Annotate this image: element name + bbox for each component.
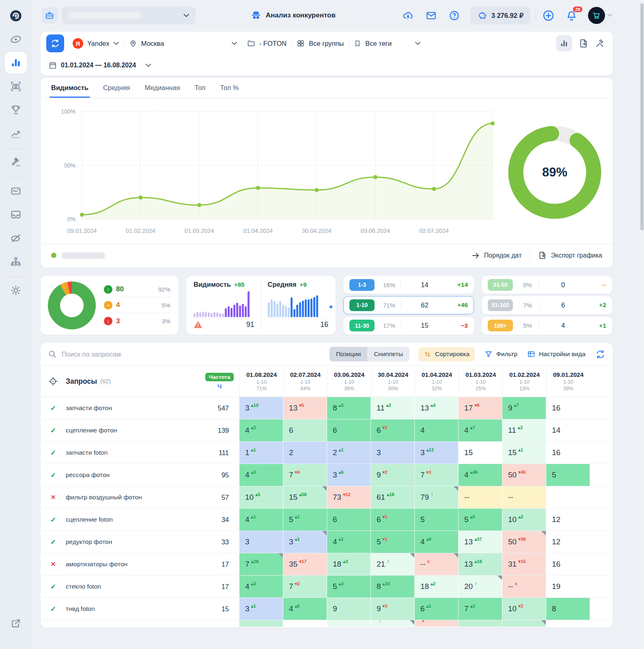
query-cell[interactable]: тнвд foton xyxy=(66,598,200,620)
check-icon[interactable]: ✓ xyxy=(50,605,56,613)
app-logo[interactable] xyxy=(5,5,27,27)
frequency-column-header[interactable]: Частота Ч xyxy=(200,366,239,397)
tab-2[interactable]: Средняя xyxy=(103,78,130,98)
scrollbar-thumb[interactable] xyxy=(640,3,644,230)
help-button[interactable] xyxy=(449,10,460,21)
date-column-header[interactable]: 09.01.20241-1039% xyxy=(546,366,590,397)
groups-selector[interactable]: Все группы xyxy=(292,39,349,47)
sidebar-item-trends[interactable] xyxy=(5,122,27,144)
position-group-1-3[interactable]: 1-316%14+14 xyxy=(343,276,474,294)
check-icon[interactable]: ✓ xyxy=(50,516,56,524)
date-column-header[interactable]: 01.04.20241-1032% xyxy=(415,366,459,397)
sidebar-item-snippets[interactable] xyxy=(5,180,27,202)
date-column-header[interactable]: 02.07.20241-1044% xyxy=(283,366,327,397)
check-icon[interactable]: ✓ xyxy=(50,582,56,591)
account-avatar[interactable] xyxy=(588,7,605,24)
table-row[interactable]: ✓сцепление foton344▴15▴166▾155▴510▴212 xyxy=(41,509,613,531)
query-cell[interactable]: редуктор фотон xyxy=(66,531,200,553)
sidebar-item-audit[interactable] xyxy=(5,227,27,249)
check-icon[interactable]: ✓ xyxy=(50,404,56,413)
query-cell[interactable]: стекло foton xyxy=(66,576,200,597)
position-group-31-50[interactable]: 31-500%0-- xyxy=(482,276,612,294)
add-funds-button[interactable] xyxy=(543,10,554,21)
sidebar-item-positions[interactable] xyxy=(5,52,27,74)
table-row[interactable]: ✓сцепление фотон1394▴2666▾244▴711▴314 xyxy=(41,419,613,442)
date-range-selector[interactable]: 01.01.2024 — 16.08.2024 xyxy=(41,55,613,75)
balance-button[interactable]: 3 276.92 ₽ xyxy=(470,6,530,24)
carousel-dot-icon[interactable] xyxy=(330,305,332,308)
query-cell[interactable]: сцепление фотон xyxy=(66,419,200,441)
check-icon[interactable]: ✓ xyxy=(50,426,56,435)
date-column-header[interactable]: 01.03.20241-1025% xyxy=(459,366,502,397)
query-cell[interactable]: фильтр воздушный фотон xyxy=(66,486,200,508)
position-group-100+[interactable]: 100+5%4+1 xyxy=(482,317,612,335)
export-button[interactable] xyxy=(579,39,588,48)
sidebar-item-projects[interactable] xyxy=(5,28,27,50)
project-selector[interactable] xyxy=(62,6,196,24)
messages-button[interactable] xyxy=(426,10,437,21)
projects-button[interactable] xyxy=(41,7,58,24)
filter-button[interactable]: Фильтр xyxy=(485,350,517,358)
position-group-1-10[interactable]: 1-1071%62+46 xyxy=(343,296,474,314)
folder-selector[interactable]: - FOTON xyxy=(242,39,292,47)
competitor-analysis-button[interactable]: Анализ конкурентов xyxy=(250,10,336,21)
sidebar-item-settings[interactable] xyxy=(5,279,27,301)
queries-column-header[interactable]: Запросы (62) xyxy=(66,366,200,397)
query-cell[interactable]: запчасти foton xyxy=(66,442,200,464)
average-metric[interactable]: Средняя +9 16 xyxy=(261,281,329,330)
date-column-header[interactable]: 01.02.20241-1013% xyxy=(502,366,546,397)
table-row[interactable]: ✓тнвд foton153▴14▴599▾36▴17▴310▾28 xyxy=(41,598,613,620)
visibility-line-chart[interactable]: 100%50%0%09.01.202401.02.202401.03.20240… xyxy=(46,101,501,243)
update-positions-button[interactable] xyxy=(46,34,64,52)
table-row[interactable]: ✕амортизаторы фотон177▴2835▾1718▴321↑--x… xyxy=(41,553,613,576)
sort-button[interactable]: Сортировка xyxy=(418,347,475,361)
cloud-sync-button[interactable] xyxy=(403,10,414,21)
toggle-snippets[interactable]: Сниппеты xyxy=(367,347,409,361)
sidebar-item-structure[interactable] xyxy=(5,251,27,273)
tab-1[interactable]: Видимость xyxy=(51,78,88,98)
table-row[interactable]: ✕фильтр воздушный фотон5710▴515▴5873▾126… xyxy=(41,486,613,509)
notifications-button[interactable]: 28 xyxy=(566,10,577,21)
query-cell[interactable]: запчасти фотон xyxy=(66,397,200,419)
cross-icon[interactable]: ✕ xyxy=(51,561,56,568)
date-order-button[interactable]: Порядок дат xyxy=(463,251,530,260)
target-column-header[interactable] xyxy=(41,366,66,397)
search-input[interactable] xyxy=(62,350,216,358)
sidebar-item-external[interactable] xyxy=(5,612,27,634)
check-icon[interactable]: ✓ xyxy=(50,471,56,479)
table-row[interactable]: ✓стекло foton174▴37▾25▴38▴1018▴220↑--x19 xyxy=(41,576,613,598)
chevron-down-icon[interactable] xyxy=(607,14,612,17)
sidebar-item-snapshots[interactable] xyxy=(5,75,27,97)
table-row[interactable]: ✓редуктор фотон3333▴14▴15▾14▴913▴3750▾38… xyxy=(41,531,613,553)
query-cell[interactable]: рессора фотон xyxy=(66,464,200,486)
position-group-11-30[interactable]: 11-3017%15−3 xyxy=(343,317,474,335)
sidebar-item-rating[interactable] xyxy=(5,99,27,121)
cross-icon[interactable]: ✕ xyxy=(51,494,56,501)
export-chart-button[interactable]: Экспорт графика xyxy=(530,251,602,260)
tab-5[interactable]: Топ % xyxy=(220,78,239,98)
query-cell[interactable]: сцепление foton xyxy=(66,509,200,531)
tools-button[interactable] xyxy=(595,39,605,48)
view-settings-button[interactable]: Настройки вида xyxy=(527,350,586,358)
sidebar-item-pages[interactable] xyxy=(5,204,27,226)
table-row[interactable]: ✓рессора фотон954▴37▾43▴69▾27▾34▴4650▾45… xyxy=(41,464,613,486)
visibility-metric[interactable]: Видимость +85 91 xyxy=(194,281,254,330)
tab-3[interactable]: Медианная xyxy=(144,78,180,98)
table-row[interactable]: ✓запчасти фотон5473▴1013▾58▴311▴213▴417▾… xyxy=(41,397,613,419)
tab-4[interactable]: Топ xyxy=(195,78,206,98)
region-selector[interactable]: Москва xyxy=(124,39,242,47)
sync-button[interactable] xyxy=(595,349,605,359)
table-row[interactable]: ✓запчасти foton1111▴122▴133▴121515▴116 xyxy=(41,442,613,464)
check-icon[interactable]: ✓ xyxy=(50,449,56,457)
position-group-51-100[interactable]: 51-1007%6+2 xyxy=(482,296,612,314)
chart-view-button[interactable] xyxy=(556,35,572,52)
date-column-header[interactable]: 01.08.20241-1071% xyxy=(239,366,283,397)
toggle-positions[interactable]: Позиции xyxy=(330,347,368,361)
sidebar-item-auction[interactable] xyxy=(5,151,27,173)
search-engine-selector[interactable]: Я Yandex xyxy=(68,38,124,49)
date-column-header[interactable]: 30.04.20241-1030% xyxy=(371,366,415,397)
query-cell[interactable]: амортизаторы фотон xyxy=(66,553,200,575)
tags-selector[interactable]: Все теги xyxy=(349,40,425,47)
date-column-header[interactable]: 03.06.20241-1036% xyxy=(327,366,371,397)
check-icon[interactable]: ✓ xyxy=(50,538,56,546)
